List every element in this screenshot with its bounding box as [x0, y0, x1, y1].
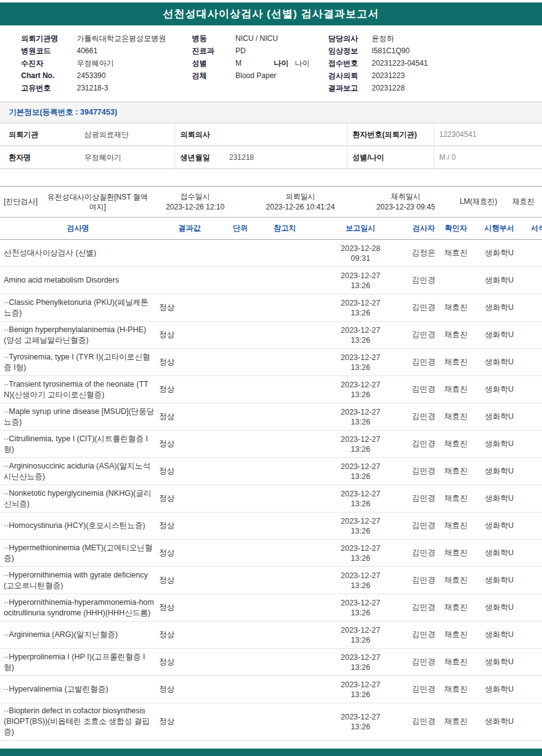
confirmer-cell: 채효진 — [439, 300, 473, 315]
reference-range-cell — [258, 524, 312, 529]
report-date: 2023-12-27 — [341, 462, 380, 472]
unit-cell — [223, 633, 258, 638]
reference-range-cell — [258, 719, 312, 724]
info-field-value: 우정혜아기 — [77, 59, 114, 68]
test-row: ··Classic Phenylketonuria (PKU)(페닐케톤뇨증) … — [0, 294, 542, 322]
report-datetime-cell: 2023-12-27 13:26 — [312, 596, 409, 620]
confirmer-cell: 채효진 — [439, 518, 473, 534]
report-datetime-cell: 2023-12-27 13:26 — [312, 541, 409, 566]
test-name-cell: ··Biopterin defect in cofactor biosynthe… — [0, 703, 156, 740]
department-cell: 생화학U — [473, 382, 525, 397]
form-cell — [525, 360, 542, 365]
form-cell — [525, 660, 542, 665]
info-field-label: 검사의뢰 — [328, 71, 372, 81]
report-datetime-cell: 2023-12-28 09:31 — [312, 241, 409, 266]
receipt-datetime-field: 접수일시 2023-12-26 12:10 — [149, 192, 242, 211]
col-header-reference: 참고치 — [258, 218, 312, 239]
test-row: ··Hyperornithinemia-hyperammonemia-homoc… — [0, 594, 542, 622]
test-name-cell: ··Nonketotic hyperglycinemia (NKHG)(글리신뇌… — [0, 486, 156, 512]
tester-cell: 김민경 — [409, 573, 439, 588]
col-header-confirmer: 확인자 — [439, 218, 473, 239]
department-cell: 생화학U — [473, 327, 525, 343]
info-field-value: 40661 — [77, 46, 97, 56]
report-date: 2023-12-27 — [341, 571, 380, 581]
info-field-value-2: 나이 — [295, 59, 310, 68]
info-field-value: 20231223 — [372, 71, 404, 81]
test-name-cell: ··Tyrosinemia, type I (TYR I)(고타이로신혈증 I형… — [0, 349, 156, 376]
info-field-label: 접수번호 — [328, 59, 372, 68]
department-cell: 생화학U — [473, 714, 525, 729]
form-cell — [525, 578, 542, 583]
unit-cell — [223, 578, 258, 583]
report-time: 13:26 — [351, 472, 370, 481]
patient-info-header: 의뢰기관명 가톨릭대학교은평성모병원 병원코드 40661 수진자 우정혜아기 … — [0, 25, 542, 100]
report-time: 13:26 — [351, 690, 370, 700]
report-time: 09:31 — [351, 253, 370, 263]
report-time: 13:26 — [351, 581, 370, 591]
tester-cell: 김민경 — [409, 627, 439, 643]
test-name-cell: ··Benign hyperphenylalaninemia (H-PHE)(양… — [0, 322, 156, 348]
basic-info-label-1: 의뢰기관 — [0, 127, 79, 143]
test-row: ··Maple syrup urine disease [MSUD](단풍당뇨증… — [0, 403, 542, 431]
test-name-cell: Amino acid metabolism Disorders — [0, 273, 156, 288]
info-field: 성별 M 나이 나이 — [192, 59, 328, 68]
report-time: 13:26 — [351, 417, 370, 427]
collector-name: 채효진 — [505, 196, 542, 207]
report-date: 2023-12-27 — [341, 353, 380, 363]
report-time: 13:26 — [351, 526, 370, 536]
info-field: Chart No. 2453390 — [21, 71, 192, 81]
request-datetime-field: 의뢰일시 2023-12-26 10:41:24 — [242, 192, 359, 211]
col-header-form: 서식 — [525, 218, 542, 239]
report-date: 2023-12-27 — [341, 298, 380, 308]
reference-range-cell — [258, 415, 312, 420]
collection-datetime-field: 채취일시 2023-12-23 09:45 — [359, 192, 452, 211]
result-value-cell: 정상 — [156, 545, 223, 561]
test-row: ··Transient tyrosinemia of the neonate (… — [0, 376, 542, 403]
results-table-header: 검사명 결과값 단위 참고치 보고일시 검사자 확인자 시행부서 서식 — [0, 217, 542, 240]
basic-info-row: 환자명 우정혜아기 생년월일 231218 성별/나이 M / 0 — [0, 146, 542, 169]
reference-range-cell — [258, 633, 312, 638]
department-cell: 생화학U — [473, 545, 525, 561]
result-value-cell: 정상 — [156, 573, 223, 588]
tester-cell: 김민경 — [409, 491, 439, 506]
form-cell — [525, 605, 542, 610]
reference-range-cell — [258, 305, 312, 310]
report-time: 13:26 — [351, 281, 370, 291]
col-header-test-name: 검사명 — [0, 218, 156, 239]
confirmer-cell: 채효진 — [439, 464, 473, 479]
result-value-cell: 정상 — [156, 409, 223, 424]
tester-cell: 김민경 — [409, 714, 439, 729]
test-name-cell: ··Argininosuccinic aciduria (ASA)(알지노석시닌… — [0, 459, 156, 485]
tester-cell: 김민경 — [409, 382, 439, 397]
form-cell — [525, 524, 542, 529]
unit-cell — [223, 469, 258, 474]
test-row: ··Tyrosinemia, type I (TYR I)(고타이로신혈증 I형… — [0, 349, 542, 376]
unit-cell — [223, 360, 258, 365]
department-cell: 생화학U — [473, 464, 525, 479]
report-date: 2023-12-27 — [341, 625, 380, 635]
test-name-cell: ··Hypervalinemia (고발린혈증) — [0, 682, 156, 697]
unit-cell — [223, 719, 258, 724]
basic-info-section-title: 기본정보(등록번호 : 39477453) — [0, 102, 542, 123]
confirmer-cell: 채효진 — [439, 600, 473, 615]
info-field: 수진자 우정혜아기 — [21, 59, 192, 68]
info-field-label: 결과보고 — [328, 84, 372, 93]
tester-cell: 김민경 — [409, 682, 439, 697]
report-date: 2023-12-27 — [341, 380, 380, 390]
tester-cell: 김민경 — [409, 409, 439, 424]
basic-info-row: 의뢰기관 삼광의료재단 의뢰의사 환자번호(의뢰기관) 122304541 — [0, 123, 542, 146]
test-row: Amino acid metabolism Disorders 2023-12-… — [0, 267, 542, 294]
result-value-cell: 정상 — [156, 491, 223, 506]
result-value-cell: 정상 — [156, 627, 223, 643]
report-datetime-cell: 2023-12-27 13:26 — [312, 650, 409, 675]
report-datetime-cell: 2023-12-27 13:26 — [312, 432, 409, 457]
form-cell — [525, 633, 542, 638]
patient-info-col-1: 의뢰기관명 가톨릭대학교은평성모병원 병원코드 40661 수진자 우정혜아기 … — [21, 34, 192, 93]
info-field-value: M — [235, 59, 274, 68]
test-name-cell: 선천성대사이상검사 (선별) — [0, 245, 156, 261]
test-name-cell: ··Hyperprolinemia I (HP I)(고프롤린혈증 I형) — [0, 649, 156, 675]
department-cell: 생화학U — [473, 491, 525, 506]
basic-info-table: 의뢰기관 삼광의료재단 의뢰의사 환자번호(의뢰기관) 122304541 환자… — [0, 123, 542, 169]
report-date: 2023-12-27 — [341, 680, 380, 690]
reference-range-cell — [258, 387, 312, 392]
